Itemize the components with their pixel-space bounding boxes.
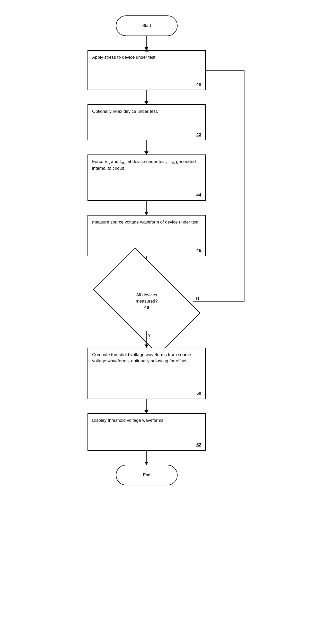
arrowhead-n-top <box>145 48 149 51</box>
end-terminal: End <box>116 465 178 485</box>
step-46-number: 46 <box>196 248 201 253</box>
arrowhead-2 <box>144 101 148 104</box>
arrowhead-8 <box>144 462 148 465</box>
step-48-text: All devicesmeasured? <box>136 292 157 304</box>
arrow-n-vertical-up <box>244 70 244 301</box>
step-50-number: 50 <box>196 391 201 396</box>
step-50-text: Compute threshold voltage waveforms from… <box>92 352 201 364</box>
step-48: All devicesmeasured? 48 <box>100 272 193 331</box>
arrowhead-3 <box>144 151 148 154</box>
label-y: Y <box>148 333 151 338</box>
step-42-number: 42 <box>196 132 201 137</box>
step-52-text: Display threshold voltage waveforms <box>92 417 201 424</box>
step-44: Force VG and IDS at device under test, I… <box>87 154 206 201</box>
step-42-text: Optionally relax device under test. <box>92 108 201 115</box>
step-40: Apply stress to device under test 40 <box>87 50 206 90</box>
step-48-content: All devicesmeasured? 48 <box>136 292 157 310</box>
step-46-text: measure source voltage waveform of devic… <box>92 219 201 225</box>
start-label: Start <box>142 23 151 28</box>
step-44-text: Force VG and IDS at device under test, I… <box>92 159 201 171</box>
arrowhead-4 <box>144 212 148 215</box>
flowchart: Start Apply stress to device under test … <box>0 0 333 644</box>
arrowhead-7 <box>144 410 148 413</box>
arrow-n-horizontal <box>193 301 244 302</box>
step-42: Optionally relax device under test. 42 <box>87 104 206 140</box>
step-44-number: 44 <box>196 193 201 198</box>
arrow-n-top-horizontal <box>206 70 244 71</box>
step-52: Display threshold voltage waveforms 52 <box>87 413 206 451</box>
step-48-number: 48 <box>136 304 157 311</box>
arrowhead-6 <box>144 345 148 348</box>
label-n: N <box>196 296 199 301</box>
end-label: End <box>143 473 150 477</box>
start-terminal: Start <box>116 15 178 36</box>
step-40-number: 40 <box>196 82 201 87</box>
step-40-text: Apply stress to device under test <box>92 54 201 61</box>
step-52-number: 52 <box>196 442 201 448</box>
step-50: Compute threshold voltage waveforms from… <box>87 348 206 399</box>
step-46: measure source voltage waveform of devic… <box>87 215 206 256</box>
